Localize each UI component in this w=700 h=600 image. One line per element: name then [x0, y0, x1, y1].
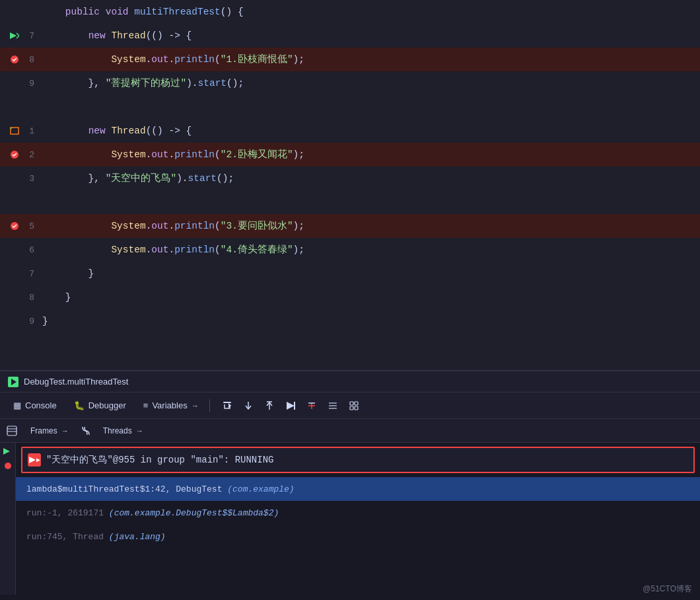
- line-gutter: 2: [0, 149, 40, 160]
- line-gutter: 7: [0, 30, 40, 41]
- line-number: 3: [22, 174, 34, 184]
- svg-marker-30: [3, 448, 10, 455]
- grid-button[interactable]: [345, 396, 363, 415]
- code-content: }, "天空中的飞鸟").start();: [40, 167, 700, 190]
- step-over-button[interactable]: [218, 396, 236, 415]
- debug-panel: DebugTest.multiThreadTest ▦ Console 🐛 De…: [0, 370, 700, 600]
- gutter-icon: [9, 197, 20, 207]
- svg-rect-24: [355, 402, 358, 405]
- line-number: 7: [22, 269, 34, 279]
- debug-sub-tabs: Frames → Threads →: [0, 419, 700, 443]
- frames-label: Frames: [30, 426, 57, 435]
- svg-line-1: [17, 33, 19, 36]
- gutter-icon: [9, 244, 20, 255]
- code-line: 7 new Thread(() -> {: [0, 24, 700, 48]
- debug-title-bar: DebugTest.multiThreadTest: [0, 371, 700, 393]
- line-number: 1: [22, 126, 34, 136]
- breakpoint-dot-icon: [5, 463, 11, 469]
- line-gutter: 9: [0, 78, 40, 89]
- line-gutter: [0, 197, 40, 207]
- run-to-cursor-button[interactable]: [281, 396, 300, 415]
- gutter-icon: [9, 173, 20, 184]
- stack-frame-text: run:745, Thread (java.lang): [26, 532, 166, 542]
- debug-thread-list: ▶ "天空中的飞鸟"@955 in group "main": RUNNING …: [16, 443, 700, 595]
- gutter-icon: [9, 221, 20, 231]
- svg-rect-26: [355, 406, 358, 410]
- threads-label: Threads: [103, 426, 132, 435]
- code-line: 8 System.out.println("1.卧枝商恨低");: [0, 48, 700, 71]
- debug-play-icon: [8, 377, 18, 387]
- variables-arrow: →: [192, 402, 199, 410]
- code-line: [0, 190, 700, 214]
- thread-item[interactable]: ▶ "天空中的飞鸟"@955 in group "main": RUNNING: [21, 447, 695, 473]
- code-line: 2 System.out.println("2.卧梅又闻花");: [0, 143, 700, 167]
- line-number: 8: [22, 293, 34, 303]
- stack-frame-row[interactable]: run:-1, 2619171 (com.example.DebugTest$$…: [16, 501, 700, 525]
- line-number: 9: [22, 79, 34, 89]
- svg-rect-23: [350, 402, 353, 405]
- code-line: public void multiThreadTest() {: [0, 0, 700, 24]
- debug-title: DebugTest.multiThreadTest: [24, 377, 128, 387]
- frames-icon: [7, 426, 17, 436]
- svg-marker-4: [11, 128, 18, 134]
- line-gutter: 3: [0, 173, 40, 184]
- svg-rect-27: [7, 426, 17, 435]
- stack-frame-row[interactable]: run:745, Thread (java.lang): [16, 525, 700, 548]
- thread-running-text: "天空中的飞鸟"@955 in group "main": RUNNING: [46, 454, 273, 466]
- tab-variables[interactable]: ≡ Variables →: [135, 396, 207, 415]
- gutter-icon: [9, 30, 20, 41]
- evaluate-button[interactable]: [302, 396, 321, 415]
- step-out-button[interactable]: [260, 396, 279, 415]
- debug-toolbar: [218, 396, 363, 415]
- line-gutter: 5: [0, 221, 40, 231]
- line-gutter: 8: [0, 292, 40, 303]
- code-content: }: [40, 309, 700, 333]
- step-into-button[interactable]: [239, 396, 258, 415]
- code-line: 1 new Thread(() -> {: [0, 119, 700, 143]
- line-number: 7: [22, 31, 34, 41]
- current-frame-arrow-icon: [3, 447, 13, 456]
- sub-tab-frames[interactable]: Frames →: [24, 422, 75, 439]
- debug-content-area: ▶ "天空中的飞鸟"@955 in group "main": RUNNING …: [0, 443, 700, 595]
- stack-frames-list: lambda$multiThreadTest$1:42, DebugTest (…: [16, 477, 700, 548]
- line-gutter: 9: [0, 316, 40, 326]
- debug-left-indicator: [0, 443, 16, 595]
- tab-console[interactable]: ▦ Console: [5, 396, 65, 415]
- line-gutter: 7: [0, 268, 40, 279]
- code-content: new Thread(() -> {: [40, 24, 700, 48]
- debugger-icon: 🐛: [74, 400, 85, 410]
- watermark: @51CTO博客: [643, 583, 692, 595]
- variables-label: Variables: [152, 400, 187, 410]
- console-icon: ▦: [13, 400, 21, 410]
- settings-button[interactable]: [324, 396, 342, 415]
- code-content: System.out.println("4.倚头答春绿");: [40, 238, 700, 262]
- console-label: Console: [25, 400, 57, 410]
- threads-arrow: →: [136, 427, 143, 435]
- line-number: 8: [22, 55, 34, 65]
- line-number: 5: [22, 221, 34, 231]
- stack-frame-row[interactable]: lambda$multiThreadTest$1:42, DebugTest (…: [16, 477, 700, 501]
- line-number: 6: [22, 245, 34, 255]
- gutter-icon: [9, 54, 20, 65]
- line-number: 2: [22, 150, 34, 160]
- gutter-icon: [9, 126, 20, 136]
- line-gutter: 6: [0, 244, 40, 255]
- code-line: [0, 95, 700, 119]
- code-line: 3 }, "天空中的飞鸟").start();: [0, 167, 700, 190]
- tab-debugger[interactable]: 🐛 Debugger: [66, 396, 134, 415]
- code-line: 8 }: [0, 285, 700, 309]
- sub-tab-threads[interactable]: Threads →: [96, 422, 150, 439]
- line-number: 9: [22, 317, 34, 326]
- code-content: System.out.println("3.要问卧似水");: [40, 214, 700, 238]
- code-content: System.out.println("1.卧枝商恨低");: [40, 48, 700, 71]
- tab-divider: [209, 399, 210, 412]
- gutter-icon: [9, 78, 20, 89]
- svg-rect-25: [350, 406, 353, 410]
- line-gutter: [0, 7, 40, 17]
- debug-tabs-bar: ▦ Console 🐛 Debugger ≡ Variables →: [0, 393, 700, 419]
- gutter-icon: [9, 316, 20, 326]
- code-content: System.out.println("2.卧梅又闻花");: [40, 143, 700, 167]
- line-gutter: 1: [0, 126, 40, 136]
- stack-frame-text: lambda$multiThreadTest$1:42, DebugTest (…: [26, 484, 295, 494]
- svg-line-2: [17, 36, 19, 38]
